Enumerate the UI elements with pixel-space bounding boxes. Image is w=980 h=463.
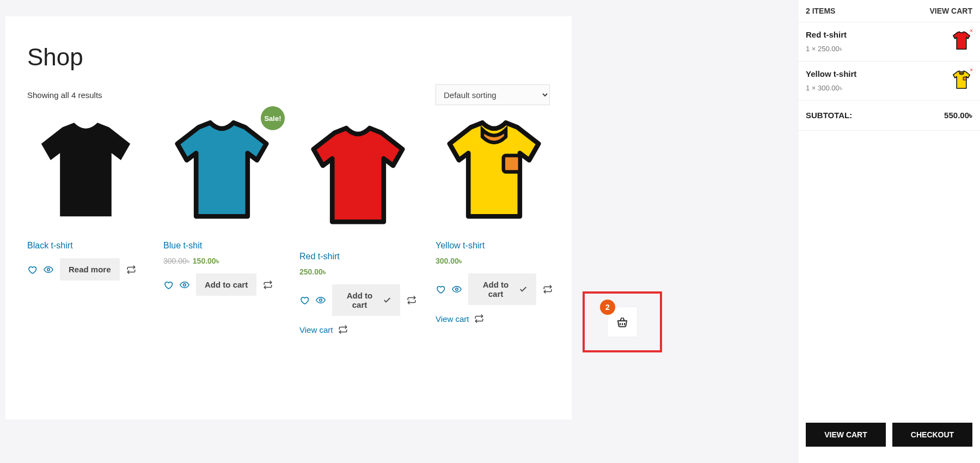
price-line: 300.00৳ xyxy=(436,256,553,266)
mini-cart-item-thumb: × xyxy=(951,30,972,52)
floating-cart-count: 2 xyxy=(600,300,615,315)
view-cart-button[interactable]: VIEW CART xyxy=(806,423,886,447)
floating-cart-button[interactable]: 2 xyxy=(608,307,637,337)
product-card: Black t-shirt Read more xyxy=(27,111,144,335)
price: 300.00৳ xyxy=(436,257,462,265)
add_to_cart-button[interactable]: Add to cart xyxy=(468,273,536,305)
compare-icon[interactable] xyxy=(338,325,348,334)
remove-item-button[interactable]: × xyxy=(967,27,976,35)
button-label: Add to cart xyxy=(477,280,514,298)
floating-cart-highlight: 2 xyxy=(583,291,662,352)
product-card: Red t-shirt 250.00৳ Add to cart View car… xyxy=(299,111,416,335)
compare-icon[interactable] xyxy=(474,314,484,324)
mini-cart-header: 2 ITEMS VIEW CART xyxy=(798,0,980,22)
product-card: Yellow t-shirt 300.00৳ Add to cart View … xyxy=(436,111,553,335)
mini-cart-item-info: Yellow t-shirt 1 × 300.00৳ xyxy=(806,69,856,93)
product-actions: Add to cart xyxy=(436,273,553,305)
svg-rect-5 xyxy=(963,77,966,80)
mini-cart-item-thumb: × xyxy=(951,69,972,91)
button-label: Read more xyxy=(69,265,111,274)
wishlist-icon[interactable] xyxy=(27,265,37,275)
subtotal-value: 550.00৳ xyxy=(944,111,972,120)
mini-cart-footer: VIEW CART CHECKOUT xyxy=(798,416,980,463)
sale-badge: Sale! xyxy=(261,106,285,130)
quickview-icon[interactable] xyxy=(452,284,462,294)
price-old: 300.00৳ xyxy=(163,257,189,265)
product-grid: Black t-shirt Read more Sale! Blue t-shi… xyxy=(27,111,550,335)
added-check-icon xyxy=(383,296,391,304)
svg-point-2 xyxy=(320,299,322,302)
svg-point-4 xyxy=(456,288,458,291)
add_to_cart-button[interactable]: Add to cart xyxy=(196,273,256,296)
price: 250.00৳ xyxy=(299,267,326,276)
wishlist-icon[interactable] xyxy=(163,280,173,290)
svg-rect-3 xyxy=(504,155,520,172)
price-line: 250.00৳ xyxy=(299,267,416,277)
mini-cart-items: Red t-shirt 1 × 250.00৳ × Yellow t-shirt… xyxy=(798,22,980,101)
shop-panel: Shop Showing all 4 results Default sorti… xyxy=(5,16,572,419)
mini-cart-item-qty: 1 × 250.00৳ xyxy=(806,45,847,53)
mini-cart-panel: 2 ITEMS VIEW CART Red t-shirt 1 × 250.00… xyxy=(798,0,980,463)
wishlist-icon[interactable] xyxy=(436,284,445,294)
mini-cart-item: Yellow t-shirt 1 × 300.00৳ × xyxy=(798,62,980,101)
view-cart-link[interactable]: View cart xyxy=(299,325,348,334)
checkout-button[interactable]: CHECKOUT xyxy=(892,423,972,447)
quickview-icon[interactable] xyxy=(180,280,189,290)
compare-icon[interactable] xyxy=(407,295,416,305)
product-card: Sale! Blue t-shit 300.00৳150.00৳ Add to … xyxy=(163,111,280,335)
button-label: Add to cart xyxy=(205,280,248,289)
product-image[interactable] xyxy=(27,111,144,233)
result-count: Showing all 4 results xyxy=(27,90,102,100)
quickview-icon[interactable] xyxy=(316,295,326,305)
product-title[interactable]: Blue t-shit xyxy=(163,241,280,251)
view-cart-label: View cart xyxy=(436,314,469,324)
compare-icon[interactable] xyxy=(543,284,553,294)
remove-item-button[interactable]: × xyxy=(967,66,976,75)
compare-icon[interactable] xyxy=(126,265,136,275)
added-check-icon xyxy=(519,285,528,294)
add_to_cart-button[interactable]: Add to cart xyxy=(332,284,400,316)
mini-cart-subtotal: SUBTOTAL: 550.00৳ xyxy=(798,101,980,131)
product-actions: Read more xyxy=(27,258,144,281)
product-actions: Add to cart xyxy=(299,284,416,316)
view-cart-link[interactable]: View cart xyxy=(436,314,484,324)
product-image[interactable] xyxy=(299,111,416,244)
wishlist-icon[interactable] xyxy=(299,295,309,305)
svg-point-1 xyxy=(183,283,186,286)
mini-cart-item: Red t-shirt 1 × 250.00৳ × xyxy=(798,22,980,62)
view-cart-label: View cart xyxy=(299,325,333,334)
product-actions: Add to cart xyxy=(163,273,280,296)
compare-icon[interactable] xyxy=(263,280,273,290)
product-title[interactable]: Black t-shirt xyxy=(27,241,144,251)
quickview-icon[interactable] xyxy=(44,265,53,275)
mini-cart-view-cart-link[interactable]: VIEW CART xyxy=(929,7,972,15)
basket-icon xyxy=(616,315,629,328)
svg-point-0 xyxy=(47,268,50,271)
product-image[interactable] xyxy=(436,111,553,233)
read_more-button[interactable]: Read more xyxy=(60,258,120,281)
product-title[interactable]: Yellow t-shirt xyxy=(436,241,553,251)
page-title: Shop xyxy=(27,44,550,71)
mini-cart-item-qty: 1 × 300.00৳ xyxy=(806,84,856,93)
subtotal-label: SUBTOTAL: xyxy=(806,111,852,120)
price: 150.00৳ xyxy=(193,257,219,265)
mini-cart-item-name: Yellow t-shirt xyxy=(806,69,856,78)
sort-select[interactable]: Default sorting xyxy=(436,84,550,105)
product-image[interactable] xyxy=(163,111,280,233)
result-sort-row: Showing all 4 results Default sorting xyxy=(27,84,550,105)
price-line: 300.00৳150.00৳ xyxy=(163,256,280,266)
mini-cart-item-count: 2 ITEMS xyxy=(806,7,835,15)
product-title[interactable]: Red t-shirt xyxy=(299,252,416,261)
mini-cart-item-name: Red t-shirt xyxy=(806,30,847,39)
mini-cart-item-info: Red t-shirt 1 × 250.00৳ xyxy=(806,30,847,53)
button-label: Add to cart xyxy=(341,291,378,309)
